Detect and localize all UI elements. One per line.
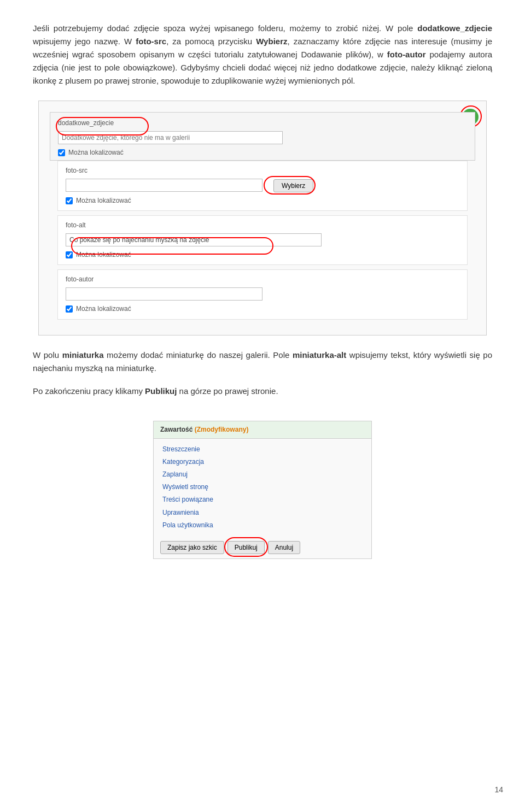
screenshot-box: + dodatkowe_zdjecie Można lokalizować fo… xyxy=(38,101,487,336)
zawartość-buttons: Zapisz jako szkic Publikuj Anuluj xyxy=(154,536,371,558)
publikuj-button[interactable]: Publikuj xyxy=(228,541,265,554)
foto-autor-label: foto-autor xyxy=(66,274,459,285)
foto-autor-input[interactable] xyxy=(66,287,262,301)
lokalizowac-label-main: Można lokalizować xyxy=(68,148,124,158)
lokalizowac-checkbox-fotoalt[interactable] xyxy=(66,251,73,258)
lokalizowac-row-fotoalt: Można lokalizować xyxy=(66,250,459,260)
bottom-screenshot-box: Zawartość (Zmodyfikowany) Streszczenie K… xyxy=(153,421,372,560)
paragraph-2: W polu miniaturka możemy dodać miniaturk… xyxy=(33,349,492,375)
lokalizowac-row-fotosrc: Można lokalizować xyxy=(66,196,459,206)
dodatkowe-zdjecie-input[interactable] xyxy=(58,131,283,144)
link-wyswietl[interactable]: Wyświetl stronę xyxy=(162,481,363,493)
link-uprawnienia[interactable]: Uprawnienia xyxy=(162,507,363,519)
zawartość-title: Zawartość xyxy=(160,426,192,433)
lokalizowac-checkbox-fotosrc[interactable] xyxy=(66,197,73,204)
zawartość-header: Zawartość (Zmodyfikowany) xyxy=(154,421,371,439)
link-kategoryzacja[interactable]: Kategoryzacja xyxy=(162,456,363,468)
lokalizowac-label-fotoautor: Można lokalizować xyxy=(76,304,131,314)
paragraph-1: Jeśli potrzebujemy dodać zdjęcie spoza w… xyxy=(33,22,492,87)
link-pola[interactable]: Pola użytkownika xyxy=(162,519,363,532)
foto-alt-group: foto-alt Można lokalizować xyxy=(57,215,468,265)
zapisz-button[interactable]: Zapisz jako szkic xyxy=(160,541,224,554)
lokalizowac-row-fotoautor: Można lokalizować xyxy=(66,304,459,314)
zawartość-modified: (Zmodyfikowany) xyxy=(195,426,249,433)
anuluj-button[interactable]: Anuluj xyxy=(268,541,300,554)
foto-src-label: foto-src xyxy=(66,166,459,176)
foto-src-input-row: Wybierz xyxy=(66,179,459,192)
foto-alt-label: foto-alt xyxy=(66,220,459,231)
link-tresci[interactable]: Treści powiązane xyxy=(162,493,363,506)
foto-src-input[interactable] xyxy=(66,179,262,192)
link-zaplanuj[interactable]: Zaplanuj xyxy=(162,468,363,481)
foto-autor-group: foto-autor Można lokalizować xyxy=(57,269,468,319)
lokalizowac-row-main: Można lokalizować xyxy=(58,148,467,158)
link-streszczenie[interactable]: Streszczenie xyxy=(162,443,363,456)
para1-text: Jeśli potrzebujemy dodać zdjęcie spoza w… xyxy=(33,23,492,85)
para3-text: Po zakończeniu pracy klikamy Publikuj na… xyxy=(33,386,278,396)
zawartość-links: Streszczenie Kategoryzacja Zaplanuj Wyśw… xyxy=(154,439,371,536)
paragraph-3: Po zakończeniu pracy klikamy Publikuj na… xyxy=(33,385,492,398)
para2-text: W polu miniaturka możemy dodać miniaturk… xyxy=(33,350,492,373)
foto-src-group: foto-src Wybierz Można lokalizować xyxy=(57,161,468,210)
lokalizowac-label-fotosrc: Można lokalizować xyxy=(76,196,131,206)
dodatkowe-zdjecie-group: dodatkowe_zdjecie Można lokalizować xyxy=(50,112,475,161)
wybierz-button[interactable]: Wybierz xyxy=(273,179,313,192)
foto-alt-input[interactable] xyxy=(66,233,322,246)
lokalizowac-checkbox-fotoautor[interactable] xyxy=(66,305,73,313)
lokalizowac-label-fotoalt: Można lokalizować xyxy=(76,250,131,260)
bottom-screenshot-wrapper: Zawartość (Zmodyfikowany) Streszczenie K… xyxy=(33,408,492,573)
lokalizowac-checkbox-main[interactable] xyxy=(58,149,65,156)
dodatkowe-zdjecie-label: dodatkowe_zdjecie xyxy=(58,118,467,128)
